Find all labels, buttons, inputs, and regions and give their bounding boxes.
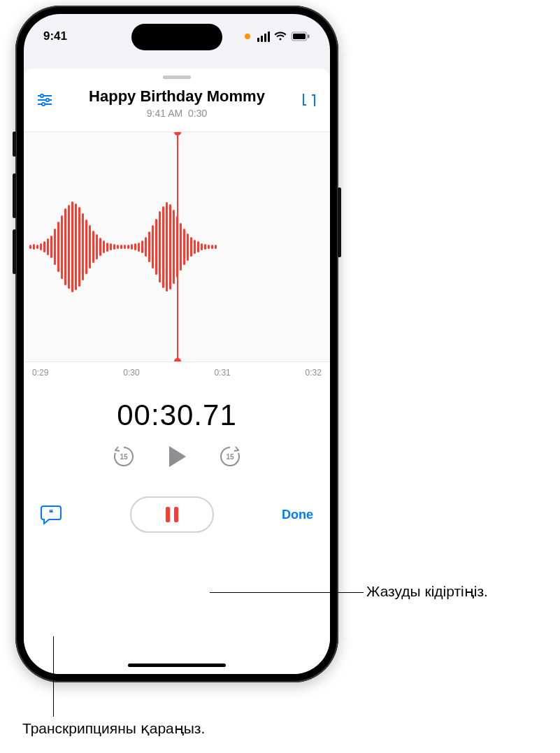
timecode: 00:30.71 [24,399,330,432]
svg-point-8 [42,103,45,106]
recording-timestamp: 9:41 AM [147,108,182,119]
sheet-grabber[interactable] [163,76,191,79]
ruler-tick: 0:31 [214,368,230,378]
playhead[interactable] [177,132,178,361]
status-bar: 9:41 [24,14,330,52]
cellular-icon [257,31,270,42]
phone-frame: 9:41 Happy Birthday Mommy [15,6,338,682]
callout-pause: Жазуды кідіртіңіз. [366,583,488,600]
ruler-tick: 0:32 [306,368,322,378]
svg-rect-1 [293,34,306,39]
bottom-row: ❝ Done [24,496,330,533]
waveform [24,201,217,292]
svg-rect-2 [308,35,310,38]
wifi-icon [274,31,287,41]
battery-icon [291,31,310,41]
pause-button[interactable] [130,496,214,533]
waveform-area[interactable] [24,131,330,362]
status-time: 9:41 [43,29,67,43]
trim-icon[interactable] [299,90,319,110]
transport-controls: 15 15 [24,445,330,468]
svg-point-4 [41,94,43,97]
svg-text:15: 15 [120,453,128,461]
transcript-icon[interactable]: ❝ [41,505,62,524]
power-button [338,187,341,257]
callout-line [53,636,54,717]
pause-icon [166,507,178,522]
done-button[interactable]: Done [282,508,313,522]
side-button [13,131,16,157]
options-icon[interactable] [35,90,55,110]
recording-duration: 0:30 [188,108,207,119]
status-right [245,31,310,42]
recording-indicator-dot [245,34,250,39]
ruler-tick: 0:30 [123,368,139,378]
volume-down-button [13,229,16,274]
volume-up-button [13,173,16,218]
ruler-tick: 0:29 [32,368,48,378]
play-icon[interactable] [166,445,187,468]
screen: 9:41 Happy Birthday Mommy [24,14,330,674]
svg-point-6 [46,99,49,101]
callout-line [210,592,364,593]
skip-forward-15-icon[interactable]: 15 [218,445,242,468]
home-indicator[interactable] [128,664,226,667]
svg-text:15: 15 [226,453,234,461]
recording-title[interactable]: Happy Birthday Mommy [35,87,319,106]
skip-back-15-icon[interactable]: 15 [112,445,136,468]
recording-sheet: Happy Birthday Mommy 9:41 AM 0:30 0:29 0… [24,69,330,674]
recording-subtitle: 9:41 AM 0:30 [35,108,319,119]
header: Happy Birthday Mommy 9:41 AM 0:30 [24,87,330,119]
time-ruler: 0:29 0:30 0:31 0:32 [24,362,330,378]
svg-text:❝: ❝ [49,508,53,517]
callout-transcript: Транскрипцияны қараңыз. [22,720,205,737]
